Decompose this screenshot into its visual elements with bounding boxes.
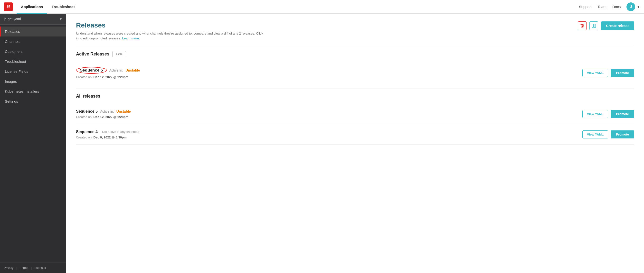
compare-icon-btn[interactable]	[590, 21, 598, 30]
chevron-down-icon: ▼	[637, 5, 640, 9]
footer-divider: |	[16, 266, 17, 270]
sidebar-footer: Privacy | Terms | 80d2a0d	[0, 263, 66, 273]
app-selector-chevron-icon: ▼	[59, 17, 62, 21]
nav-support[interactable]: Support	[579, 5, 592, 9]
active-promote-button[interactable]: Promote	[611, 69, 634, 77]
promote-button-seq4[interactable]: Promote	[611, 130, 634, 138]
nav-right: Support Team Docs J ▼	[579, 2, 640, 11]
sidebar-item-license-fields[interactable]: License Fields	[0, 66, 66, 76]
active-release-info: Sequence 5 Active in: Unstable Created o…	[76, 67, 140, 79]
release-row-seq5: Sequence 5 Active in: Unstable Created o…	[76, 104, 634, 124]
all-releases-title: All releases	[76, 94, 100, 99]
release-title-row-seq5: Sequence 5 Active in: Unstable	[76, 109, 131, 114]
active-release-created: Created on: Dec 12, 2022 @ 1:28pm	[76, 75, 140, 79]
sidebar-item-releases[interactable]: Releases	[0, 26, 66, 36]
sidebar-item-settings[interactable]: Settings	[0, 96, 66, 106]
nav-team[interactable]: Team	[598, 5, 606, 9]
active-view-yaml-button[interactable]: View YAML	[582, 69, 608, 77]
delete-icon-btn[interactable]	[578, 21, 586, 30]
footer-version: 80d2a0d	[34, 266, 46, 270]
release-channel-seq5: Unstable	[116, 109, 131, 113]
sidebar-nav: Releases Channels Customers Troubleshoot…	[0, 24, 66, 263]
hide-button[interactable]: Hide	[112, 51, 126, 57]
release-actions-seq4: View YAML Promote	[582, 130, 634, 138]
release-title-row-seq4: Sequence 4 Not active in any channels	[76, 130, 139, 134]
avatar: J	[626, 2, 635, 11]
sidebar: jq-get-yaml ▼ Releases Channels Customer…	[0, 14, 66, 273]
app-selector-name: jq-get-yaml	[4, 17, 21, 21]
svg-rect-1	[594, 24, 596, 27]
release-info-seq4: Sequence 4 Not active in any channels Cr…	[76, 130, 139, 139]
logo-icon[interactable]: R	[4, 2, 13, 11]
app-selector[interactable]: jq-get-yaml ▼	[0, 14, 66, 24]
footer-terms-link[interactable]: Terms	[20, 266, 28, 270]
sidebar-item-customers[interactable]: Customers	[0, 46, 66, 56]
release-active-in-label-seq5: Active in:	[100, 109, 114, 113]
active-releases-title: Active Releases	[76, 52, 109, 57]
sidebar-item-kubernetes-installers[interactable]: Kubernetes Installers	[0, 86, 66, 96]
all-releases-title-row: All releases	[76, 94, 634, 99]
release-row-seq4: Sequence 4 Not active in any channels Cr…	[76, 124, 634, 145]
view-yaml-button-seq4[interactable]: View YAML	[582, 130, 608, 138]
active-release-card: Sequence 5 Active in: Unstable Created o…	[76, 62, 634, 84]
header-divider	[76, 46, 634, 46]
active-releases-section-title-row: Active Releases Hide	[76, 51, 634, 57]
release-created-seq4: Created on: Dec 9, 2022 @ 5:30pm	[76, 136, 139, 139]
page-description: Understand when releases were created an…	[76, 31, 266, 41]
active-in-label: Active in:	[109, 68, 123, 72]
nav-troubleshoot[interactable]: Troubleshoot	[47, 0, 79, 14]
footer-privacy-link[interactable]: Privacy	[4, 266, 14, 270]
promote-button-seq5[interactable]: Promote	[611, 110, 634, 118]
sidebar-item-images[interactable]: Images	[0, 76, 66, 86]
active-release-name-circled: Sequence 5	[76, 67, 107, 74]
nav-docs[interactable]: Docs	[612, 5, 620, 9]
page-header: Releases Understand when releases were c…	[76, 21, 634, 41]
sidebar-item-troubleshoot[interactable]: Troubleshoot	[0, 56, 66, 66]
top-nav: R Applications Troubleshoot Support Team…	[0, 0, 644, 14]
nav-links: Applications Troubleshoot	[16, 0, 79, 14]
release-info-seq5: Sequence 5 Active in: Unstable Created o…	[76, 109, 131, 119]
learn-more-link[interactable]: Learn more.	[122, 36, 140, 40]
page-title: Releases	[76, 21, 266, 29]
main-content: Releases Understand when releases were c…	[66, 14, 644, 273]
active-section-divider	[76, 89, 634, 89]
all-releases-section: All releases Sequence 5 Active in: Unsta…	[76, 94, 634, 145]
footer-divider2: |	[31, 266, 32, 270]
release-name-seq5: Sequence 5	[76, 109, 98, 114]
release-name-seq4: Sequence 4	[76, 130, 98, 134]
active-release-title-row: Sequence 5 Active in: Unstable	[76, 67, 140, 74]
release-actions-seq5: View YAML Promote	[582, 110, 634, 118]
nav-applications[interactable]: Applications	[16, 0, 47, 14]
layout: jq-get-yaml ▼ Releases Channels Customer…	[0, 14, 644, 273]
sidebar-item-channels[interactable]: Channels	[0, 36, 66, 46]
release-not-active-label-seq4: Not active in any channels	[102, 130, 139, 134]
view-yaml-button-seq5[interactable]: View YAML	[582, 110, 608, 118]
release-created-seq5: Created on: Dec 12, 2022 @ 1:28pm	[76, 115, 131, 119]
header-actions: Create release	[578, 21, 634, 30]
page-header-left: Releases Understand when releases were c…	[76, 21, 266, 41]
create-release-button[interactable]: Create release	[601, 21, 634, 30]
avatar-wrapper[interactable]: J ▼	[626, 2, 640, 11]
active-release-channel: Unstable	[126, 68, 140, 72]
svg-rect-0	[592, 24, 594, 27]
active-release-actions: View YAML Promote	[582, 69, 634, 77]
